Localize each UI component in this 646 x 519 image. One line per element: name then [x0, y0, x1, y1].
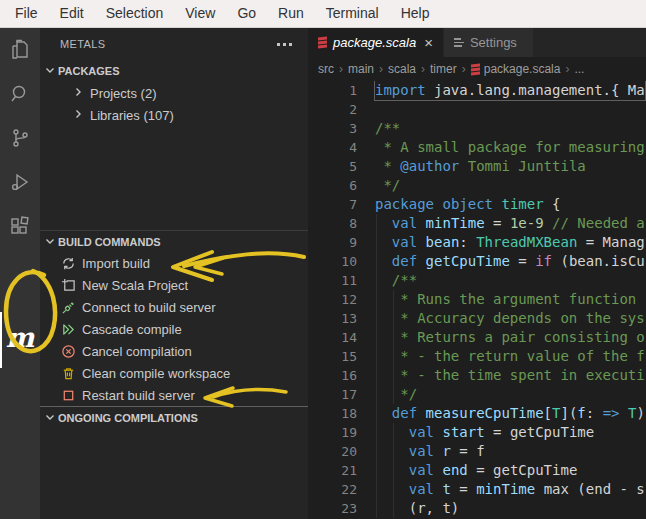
- indent-guide: [393, 423, 394, 518]
- code-line-text: * Returns a pair consisting o: [375, 328, 645, 347]
- code-area[interactable]: 1import java.lang.management.{ Ma23/**4 …: [308, 81, 646, 519]
- code-line[interactable]: 7package object timer {: [308, 195, 646, 214]
- code-line-text: (r, t): [375, 499, 459, 518]
- breadcrumb-src[interactable]: src: [318, 62, 334, 76]
- line-number: 19: [308, 423, 357, 442]
- cmd-import-build[interactable]: Import build: [40, 252, 308, 274]
- metals-extension-icon[interactable]: m: [0, 311, 40, 363]
- breadcrumb-file[interactable]: package.scala: [484, 62, 561, 76]
- search-icon[interactable]: [0, 72, 40, 116]
- code-line[interactable]: 17 */: [308, 385, 646, 404]
- cancel-circle-icon: [60, 343, 76, 359]
- code-line[interactable]: 13 * Accuracy depends on the sys: [308, 309, 646, 328]
- line-number: 17: [308, 385, 357, 404]
- code-line[interactable]: 5 * @author Tommi Junttila: [308, 157, 646, 176]
- code-line[interactable]: 18 def measureCpuTime[T](f: => T): [308, 404, 646, 423]
- code-line[interactable]: 9 val bean: ThreadMXBean = Manag: [308, 233, 646, 252]
- extensions-icon[interactable]: [0, 204, 40, 248]
- activity-bar: m: [0, 28, 40, 519]
- section-build-commands[interactable]: BUILD COMMANDS: [40, 230, 308, 252]
- cmd-cascade-compile[interactable]: Cascade compile: [40, 318, 308, 340]
- code-line[interactable]: 1import java.lang.management.{ Ma: [308, 81, 646, 100]
- section-ongoing-compilations[interactable]: ONGOING COMPILATIONS: [40, 406, 308, 428]
- code-line-text: * Runs the argument function: [375, 290, 636, 309]
- trash-icon: [60, 365, 76, 381]
- code-line[interactable]: 4 * A small package for measuring: [308, 138, 646, 157]
- section-build-commands-label: BUILD COMMANDS: [58, 236, 161, 248]
- code-line[interactable]: 20 val r = f: [308, 442, 646, 461]
- code-line[interactable]: 14 * Returns a pair consisting o: [308, 328, 646, 347]
- indent-guide: [376, 214, 377, 518]
- scala-file-icon: [471, 64, 480, 75]
- tree-item-label: Libraries (107): [90, 108, 174, 123]
- code-line[interactable]: 15 * - the return value of the f: [308, 347, 646, 366]
- line-number: 6: [308, 176, 357, 195]
- plug-icon: [60, 299, 76, 315]
- menu-view[interactable]: View: [174, 0, 226, 27]
- line-number: 1: [308, 81, 357, 100]
- cmd-label: Connect to build server: [82, 300, 216, 315]
- cmd-restart-build-server[interactable]: Restart build server: [40, 384, 308, 406]
- metals-sidebar: METALS PACKAGES Projects (2) Libraries (…: [40, 28, 308, 519]
- menu-edit[interactable]: Edit: [49, 0, 95, 27]
- source-control-icon[interactable]: [0, 116, 40, 160]
- menu-file[interactable]: File: [4, 0, 49, 27]
- code-line-text: * Accuracy depends on the sys: [375, 309, 645, 328]
- code-line[interactable]: 21 val end = getCpuTime: [308, 461, 646, 480]
- code-line[interactable]: 2: [308, 100, 646, 119]
- code-line[interactable]: 10 def getCpuTime = if (bean.isCu: [308, 252, 646, 271]
- line-number: 15: [308, 347, 357, 366]
- code-line-text: val bean: ThreadMXBean = Manag: [375, 233, 645, 252]
- cmd-label: Clean compile workspace: [82, 366, 230, 381]
- cmd-connect-to-build-server[interactable]: Connect to build server: [40, 296, 308, 318]
- tab-label: Settings: [470, 35, 517, 50]
- code-line[interactable]: 8 val minTime = 1e-9 // Needed a: [308, 214, 646, 233]
- code-line-text: /**: [375, 271, 417, 290]
- cmd-label: Restart build server: [82, 388, 195, 403]
- cmd-cancel-compilation[interactable]: Cancel compilation: [40, 340, 308, 362]
- code-line-text: * @author Tommi Junttila: [375, 157, 586, 176]
- tab-settings[interactable]: Settings: [444, 28, 533, 57]
- sidebar-pane-header: METALS: [40, 28, 308, 60]
- run-and-debug-icon[interactable]: [0, 160, 40, 204]
- line-number: 2: [308, 100, 357, 119]
- explorer-icon[interactable]: [0, 28, 40, 72]
- breadcrumb-scala[interactable]: scala: [388, 62, 416, 76]
- metals-logo: m: [6, 324, 35, 351]
- tree-item-libraries[interactable]: Libraries (107): [40, 104, 308, 126]
- code-line-text: val start = getCpuTime: [375, 423, 594, 442]
- indent-guide: [393, 290, 394, 404]
- cmd-new-scala-project[interactable]: New Scala Project: [40, 274, 308, 296]
- line-number: 8: [308, 214, 357, 233]
- tab-package-scala[interactable]: package.scala ×: [308, 28, 443, 57]
- tree-item-projects[interactable]: Projects (2): [40, 82, 308, 104]
- more-actions-icon[interactable]: [273, 39, 296, 50]
- activity-bar-active-indicator: [0, 312, 2, 368]
- menu-help[interactable]: Help: [390, 0, 441, 27]
- line-number: 3: [308, 119, 357, 138]
- code-line-text: val t = minTime max (end - s: [375, 480, 645, 499]
- code-line[interactable]: 23 (r, t): [308, 499, 646, 518]
- menu-go[interactable]: Go: [226, 0, 267, 27]
- breadcrumb-symbol[interactable]: ...: [574, 62, 584, 76]
- sidebar-title: METALS: [60, 38, 273, 50]
- code-line-text: val r = f: [375, 442, 485, 461]
- cmd-label: New Scala Project: [82, 278, 188, 293]
- section-packages[interactable]: PACKAGES: [40, 60, 308, 82]
- code-line[interactable]: 22 val t = minTime max (end - s: [308, 480, 646, 499]
- menu-terminal[interactable]: Terminal: [315, 0, 390, 27]
- menu-selection[interactable]: Selection: [95, 0, 175, 27]
- breadcrumb-timer[interactable]: timer: [430, 62, 457, 76]
- line-number: 16: [308, 366, 357, 385]
- code-line[interactable]: 19 val start = getCpuTime: [308, 423, 646, 442]
- breadcrumb-main[interactable]: main: [348, 62, 374, 76]
- cmd-label: Cascade compile: [82, 322, 182, 337]
- close-tab-icon[interactable]: ×: [424, 34, 433, 51]
- code-line[interactable]: 3/**: [308, 119, 646, 138]
- code-line[interactable]: 16 * - the time spent in executi: [308, 366, 646, 385]
- code-line[interactable]: 11 /**: [308, 271, 646, 290]
- menu-run[interactable]: Run: [267, 0, 315, 27]
- code-line[interactable]: 12 * Runs the argument function: [308, 290, 646, 309]
- code-line[interactable]: 6 */: [308, 176, 646, 195]
- cmd-clean-compile-workspace[interactable]: Clean compile workspace: [40, 362, 308, 384]
